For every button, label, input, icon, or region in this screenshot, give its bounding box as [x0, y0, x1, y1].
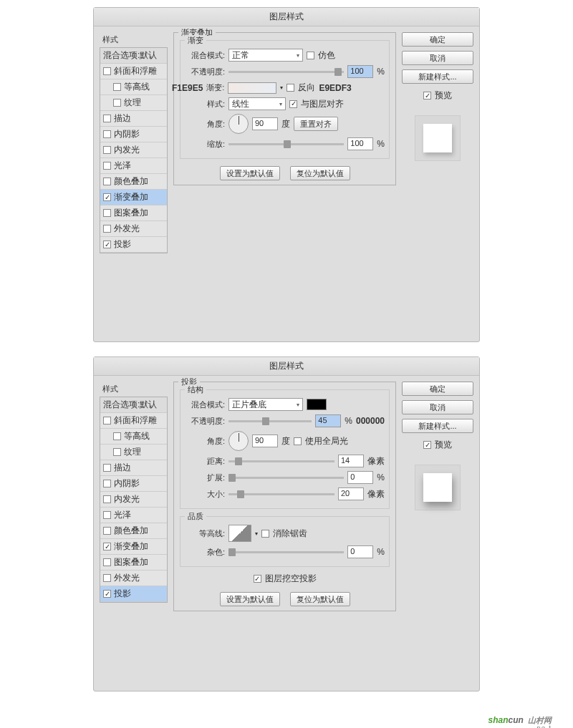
- style-checkbox[interactable]: [103, 590, 111, 598]
- style-item[interactable]: 等高线: [100, 79, 167, 95]
- style-label: 样式:: [185, 99, 225, 110]
- style-select[interactable]: 线性▾: [228, 97, 286, 110]
- style-checkbox[interactable]: [103, 480, 111, 487]
- angle-input[interactable]: 90: [252, 435, 278, 447]
- cancel-button[interactable]: 取消: [402, 51, 473, 65]
- style-item[interactable]: 纹理: [100, 95, 167, 111]
- new-style-button[interactable]: 新建样式...: [402, 69, 473, 84]
- style-item[interactable]: 颜色叠加: [100, 523, 167, 539]
- reset-default-button[interactable]: 复位为默认值: [290, 166, 350, 180]
- reset-align-button[interactable]: 重置对齐: [294, 117, 338, 131]
- cancel-button[interactable]: 取消: [402, 400, 473, 414]
- style-item[interactable]: 描边: [100, 460, 167, 476]
- spread-slider[interactable]: [228, 477, 344, 479]
- antialias-checkbox[interactable]: [261, 530, 269, 538]
- style-checkbox[interactable]: [103, 417, 111, 424]
- angle-dial[interactable]: [228, 114, 249, 134]
- angle-input[interactable]: 90: [252, 117, 278, 130]
- style-item[interactable]: 渐变叠加: [100, 539, 167, 555]
- opacity-slider[interactable]: [228, 420, 312, 422]
- style-checkbox[interactable]: [103, 146, 111, 154]
- set-default-button[interactable]: 设置为默认值: [220, 166, 280, 180]
- style-checkbox[interactable]: [113, 432, 121, 440]
- style-checkbox[interactable]: [103, 241, 111, 248]
- blend-mode-select[interactable]: 正片叠底▾: [228, 398, 303, 411]
- preview-checkbox[interactable]: [423, 441, 431, 449]
- style-item[interactable]: 光泽: [100, 158, 167, 174]
- style-item[interactable]: 斜面和浮雕: [100, 413, 167, 429]
- style-checkbox[interactable]: [103, 543, 111, 550]
- style-item[interactable]: 颜色叠加: [100, 174, 167, 190]
- style-item[interactable]: 纹理: [100, 445, 167, 460]
- style-checkbox[interactable]: [113, 83, 121, 91]
- style-item[interactable]: 内阴影: [100, 476, 167, 492]
- distance-input[interactable]: 14: [338, 455, 364, 467]
- noise-input[interactable]: 0: [347, 545, 373, 558]
- style-item[interactable]: 斜面和浮雕: [100, 64, 167, 79]
- style-item-label: 内发光: [114, 493, 140, 505]
- style-checkbox[interactable]: [103, 130, 111, 138]
- reverse-checkbox[interactable]: [286, 84, 294, 92]
- style-checkbox[interactable]: [103, 225, 111, 233]
- contour-picker[interactable]: [228, 525, 251, 542]
- style-item[interactable]: 内阴影: [100, 127, 167, 142]
- style-item-label: 图案叠加: [114, 207, 148, 219]
- style-item-label: 纹理: [124, 446, 141, 458]
- size-input[interactable]: 20: [338, 487, 364, 500]
- noise-slider[interactable]: [228, 551, 344, 553]
- style-item[interactable]: 内发光: [100, 492, 167, 508]
- new-style-button[interactable]: 新建样式...: [402, 419, 473, 433]
- style-item[interactable]: 图案叠加: [100, 555, 167, 571]
- style-checkbox[interactable]: [103, 574, 111, 582]
- style-item[interactable]: 外发光: [100, 221, 167, 237]
- style-checkbox[interactable]: [113, 448, 121, 456]
- reset-default-button[interactable]: 复位为默认值: [290, 592, 350, 606]
- style-checkbox[interactable]: [103, 209, 111, 217]
- preview-checkbox[interactable]: [423, 92, 431, 100]
- style-checkbox[interactable]: [103, 193, 111, 201]
- style-item[interactable]: 投影: [100, 237, 167, 253]
- style-item[interactable]: 渐变叠加: [100, 190, 167, 205]
- style-checkbox[interactable]: [103, 464, 111, 472]
- size-slider[interactable]: [228, 493, 334, 495]
- ok-button[interactable]: 确定: [402, 382, 473, 396]
- style-item[interactable]: 图案叠加: [100, 205, 167, 221]
- scale-input[interactable]: 100: [347, 137, 373, 150]
- style-item[interactable]: 外发光: [100, 571, 167, 586]
- style-checkbox[interactable]: [103, 67, 111, 75]
- watermark: shancun 山村网 .ne t: [0, 706, 573, 728]
- style-checkbox[interactable]: [103, 527, 111, 535]
- scale-slider[interactable]: [228, 143, 344, 145]
- style-checkbox[interactable]: [103, 558, 111, 566]
- opacity-label: 不透明度:: [185, 67, 225, 77]
- style-checkbox[interactable]: [103, 162, 111, 170]
- style-item[interactable]: 内发光: [100, 142, 167, 158]
- gradient-swatch[interactable]: [228, 82, 276, 94]
- knockout-checkbox[interactable]: [254, 575, 261, 583]
- opacity-slider[interactable]: [228, 71, 344, 73]
- style-checkbox[interactable]: [113, 99, 121, 107]
- style-item-label: 内阴影: [114, 128, 140, 140]
- ok-button[interactable]: 确定: [402, 32, 473, 47]
- style-checkbox[interactable]: [103, 511, 111, 519]
- style-item[interactable]: 描边: [100, 111, 167, 127]
- style-checkbox[interactable]: [103, 178, 111, 185]
- opacity-input[interactable]: 45: [315, 414, 341, 427]
- angle-dial[interactable]: [228, 431, 249, 451]
- distance-slider[interactable]: [228, 460, 334, 462]
- blend-options-header[interactable]: 混合选项:默认: [100, 48, 167, 64]
- style-checkbox[interactable]: [103, 115, 111, 122]
- opacity-input[interactable]: 100: [347, 65, 373, 78]
- style-item[interactable]: 投影: [100, 586, 167, 602]
- dither-checkbox[interactable]: [307, 52, 314, 59]
- blend-mode-select[interactable]: 正常▾: [228, 49, 303, 62]
- align-checkbox[interactable]: [289, 100, 297, 108]
- shadow-color-swatch[interactable]: [307, 399, 327, 410]
- set-default-button[interactable]: 设置为默认值: [220, 592, 280, 606]
- blend-options-header[interactable]: 混合选项:默认: [100, 397, 167, 413]
- style-checkbox[interactable]: [103, 495, 111, 503]
- style-item[interactable]: 等高线: [100, 429, 167, 445]
- style-item[interactable]: 光泽: [100, 508, 167, 523]
- spread-input[interactable]: 0: [347, 471, 373, 484]
- global-light-checkbox[interactable]: [294, 437, 302, 445]
